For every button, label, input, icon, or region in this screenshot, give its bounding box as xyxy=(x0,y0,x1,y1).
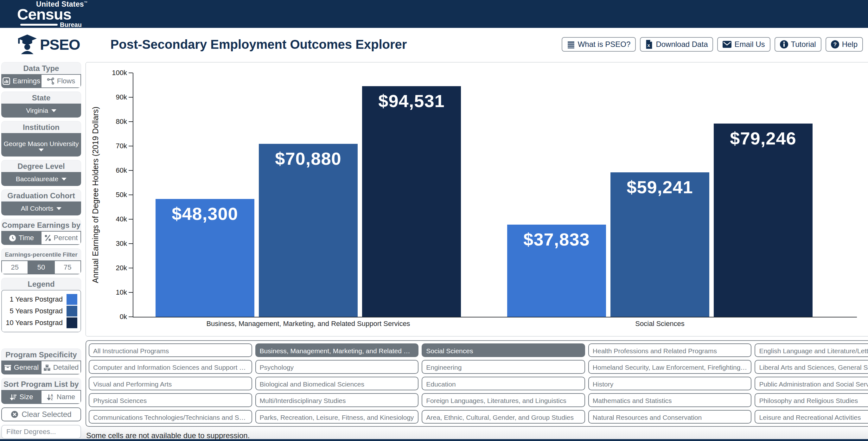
program-button[interactable]: All Instructional Programs xyxy=(89,343,252,357)
caret-down-icon xyxy=(39,149,44,151)
program-button[interactable]: Business, Management, Marketing, and Rel… xyxy=(255,343,419,357)
program-button[interactable]: Physical Sciences xyxy=(89,393,252,407)
program-button[interactable]: English Language and Literature/Letters xyxy=(754,343,868,357)
census-logo-bureau: Bureau xyxy=(60,22,82,28)
program-button[interactable]: Foreign Languages, Literatures, and Ling… xyxy=(422,393,585,407)
program-button[interactable]: Psychology xyxy=(255,360,419,374)
program-button[interactable]: Area, Ethnic, Cultural, Gender, and Grou… xyxy=(422,410,585,423)
sort-program-header: Sort Program List by xyxy=(1,378,81,390)
help-button[interactable]: ? Help xyxy=(826,37,863,52)
earnings-chart: Annual Earnings of Degree Holders (2019 … xyxy=(86,62,868,337)
tutorial-button[interactable]: Tutorial xyxy=(775,37,822,52)
bar-value-label: $59,241 xyxy=(611,177,709,197)
program-button[interactable]: Visual and Performing Arts xyxy=(89,377,252,390)
y-tick-mark xyxy=(129,219,133,220)
y-tick-label: 60k xyxy=(98,166,127,175)
content-area: Data Type Earnings Flows State Virginia xyxy=(0,61,868,440)
legend-card: Legend 1 Years Postgrad 5 Years Postgrad… xyxy=(1,278,81,332)
x-category-label: Business, Management, Marketing, and Rel… xyxy=(206,320,410,328)
earnings-toggle[interactable]: Earnings xyxy=(1,74,41,88)
program-button[interactable]: Public Administration and Social Service… xyxy=(754,377,868,390)
program-button[interactable]: Biological and Biomedical Sciences xyxy=(255,377,419,390)
y-tick-mark xyxy=(129,268,133,268)
program-column: All Instructional ProgramsComputer and I… xyxy=(89,343,252,423)
program-button[interactable]: Education xyxy=(422,377,585,390)
percentile-75-toggle[interactable]: 75 xyxy=(54,260,81,274)
institution-dropdown[interactable]: George Mason University xyxy=(1,133,81,157)
y-tick-label: 100k xyxy=(98,69,127,77)
header-buttons: What is PSEO? x Download Data Email Us T… xyxy=(562,37,863,52)
legend-swatch-1-years xyxy=(66,294,77,305)
state-dropdown[interactable]: Virginia xyxy=(1,104,81,118)
svg-text:Z: Z xyxy=(51,397,53,401)
filter-degrees-input[interactable] xyxy=(1,425,81,439)
general-toggle[interactable]: General xyxy=(1,360,41,375)
program-button[interactable]: Natural Resources and Conservation xyxy=(588,410,752,423)
detailed-toggle[interactable]: Detailed xyxy=(41,360,81,375)
sort-name-icon: AZ xyxy=(47,393,54,401)
program-button[interactable]: Liberal Arts and Sciences, General Studi… xyxy=(754,360,868,374)
bar-value-label: $48,300 xyxy=(156,203,254,224)
census-logo[interactable]: United States™ Census Bureau xyxy=(17,0,87,28)
program-button[interactable]: Engineering xyxy=(422,360,585,374)
question-circle-icon: ? xyxy=(831,40,839,49)
what-is-pseo-button[interactable]: What is PSEO? xyxy=(562,37,636,52)
legend-box: 1 Years Postgrad 5 Years Postgrad 10 Yea… xyxy=(1,290,81,332)
download-data-button[interactable]: x Download Data xyxy=(640,37,713,52)
program-button[interactable]: Parks, Recreation, Leisure, Fitness, and… xyxy=(255,410,419,423)
svg-text:?: ? xyxy=(833,41,836,48)
program-column: Social SciencesEngineeringEducationForei… xyxy=(422,343,585,423)
y-tick-mark xyxy=(129,146,133,146)
census-logo-word: Census xyxy=(17,7,87,22)
program-button[interactable]: Philosophy and Religious Studies xyxy=(754,393,868,407)
email-us-button[interactable]: Email Us xyxy=(717,37,770,52)
y-tick-label: 40k xyxy=(98,215,127,223)
compare-percent-toggle[interactable]: Percent xyxy=(41,231,81,245)
svg-text:x: x xyxy=(648,42,650,48)
y-tick-mark xyxy=(129,97,133,98)
program-specificity-card: Program Specificity General Detailed xyxy=(1,348,81,375)
program-button[interactable]: Homeland Security, Law Enforcement, Fire… xyxy=(588,360,752,374)
y-tick-label: 0k xyxy=(98,313,127,321)
program-button[interactable]: Leisure and Recreational Activities xyxy=(754,410,868,423)
program-button[interactable]: Communications Technologies/Technicians … xyxy=(89,410,252,423)
app-header: PSEO Post-Secondary Employment Outcomes … xyxy=(0,28,868,61)
degree-level-header: Degree Level xyxy=(1,160,81,172)
sort-program-card: Sort Program List by Size AZ Name xyxy=(1,378,81,404)
bar-10-years-postgrad[interactable] xyxy=(362,86,461,317)
y-tick-label: 50k xyxy=(98,191,127,199)
x-axis xyxy=(133,317,857,317)
program-button[interactable]: Health Professions and Related Programs xyxy=(588,343,752,357)
percentile-25-toggle[interactable]: 25 xyxy=(1,260,28,274)
graduate-icon xyxy=(17,34,37,55)
caret-down-icon xyxy=(61,178,66,181)
legend-item: 10 Years Postgrad xyxy=(5,317,77,328)
compare-time-toggle[interactable]: Time xyxy=(1,231,41,245)
sort-size-toggle[interactable]: Size xyxy=(1,390,41,404)
graduation-cohort-header: Graduation Cohort xyxy=(1,189,81,201)
y-tick-label: 10k xyxy=(98,288,127,296)
list-icon xyxy=(567,40,575,49)
program-button[interactable]: Computer and Information Sciences and Su… xyxy=(89,360,252,374)
bar-value-label: $94,531 xyxy=(362,91,461,111)
y-tick-label: 80k xyxy=(98,118,127,126)
program-button[interactable]: Mathematics and Statistics xyxy=(588,393,752,407)
bar-10-years-postgrad[interactable] xyxy=(714,124,812,317)
sort-size-icon xyxy=(10,393,17,401)
x-category-label: Social Sciences xyxy=(635,320,684,328)
program-button[interactable]: Social Sciences xyxy=(422,343,585,357)
flows-toggle[interactable]: Flows xyxy=(41,74,81,88)
graduation-cohort-dropdown[interactable]: All Cohorts xyxy=(1,201,81,215)
sort-name-toggle[interactable]: AZ Name xyxy=(41,390,81,404)
legend-item: 1 Years Postgrad xyxy=(5,294,77,305)
clear-icon xyxy=(11,411,19,418)
state-card: State Virginia xyxy=(1,92,81,118)
bar-5-years-postgrad[interactable] xyxy=(259,144,358,317)
clear-selected-button[interactable]: Clear Selected xyxy=(1,407,81,421)
program-button[interactable]: History xyxy=(588,377,752,390)
degree-level-dropdown[interactable]: Baccalaureate xyxy=(1,172,81,186)
trademark-symbol: ™ xyxy=(84,1,87,4)
program-button[interactable]: Multi/Interdisciplinary Studies xyxy=(255,393,419,407)
percentile-50-toggle[interactable]: 50 xyxy=(28,260,55,274)
caret-down-icon xyxy=(56,207,61,210)
